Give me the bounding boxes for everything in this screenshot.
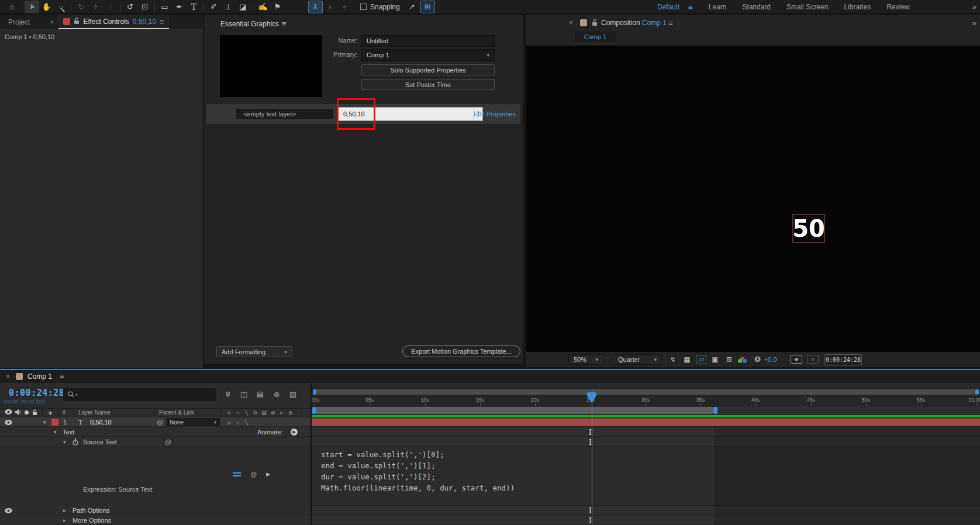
layer-duration-bar[interactable] — [312, 418, 980, 427]
enable-expression-icon[interactable] — [233, 471, 241, 478]
snapping-toggle[interactable]: Snapping — [360, 3, 400, 11]
selection-tool[interactable]: ➤ — [25, 1, 39, 13]
source-layer-field[interactable]: <empty text layer> — [236, 109, 333, 119]
pen-tool[interactable]: ✒ — [172, 1, 187, 13]
workspace-overflow-icon[interactable]: » — [972, 2, 976, 11]
expression-pickwhip-icon[interactable]: @ — [250, 471, 257, 478]
magnification-select[interactable]: 50% ▾ — [568, 354, 603, 365]
primary-comp-select[interactable]: Comp 1 ▾ — [361, 49, 495, 61]
layer-row[interactable]: ▾ 1 T 0,50,10 @ None ▾ ☺☼╲ — [0, 417, 310, 427]
switch-column-icon[interactable]: ☼ — [234, 410, 241, 416]
layer-switch-icon[interactable]: ╲ — [243, 420, 250, 426]
pickwhip-icon[interactable]: @ — [165, 438, 171, 445]
edit-properties-link[interactable]: Edit Properties — [474, 110, 516, 118]
panel-overflow-icon[interactable]: » — [972, 19, 976, 27]
panel-menu-icon[interactable]: ≡ — [160, 18, 164, 26]
layer-name-column-header[interactable]: Layer Name — [78, 409, 110, 416]
switch-column-icon[interactable]: ⊚ — [270, 410, 276, 416]
orbit-camera-tool[interactable]: ↻ — [74, 1, 88, 13]
dolly-camera-tool[interactable]: ↕ — [103, 1, 118, 13]
tab-project[interactable]: Project — [8, 18, 30, 26]
path-options-row[interactable]: ▸ Path Options — [0, 506, 310, 515]
layer-switch-icon[interactable]: ☼ — [234, 420, 241, 426]
time-navigator-bar[interactable] — [313, 389, 979, 395]
add-formatting-select[interactable]: Add Formatting ▾ — [216, 346, 292, 357]
layer-label-chip[interactable] — [51, 419, 58, 426]
region-of-interest-icon[interactable]: ▣ — [710, 355, 720, 364]
chevron-down-icon[interactable]: ▾ — [43, 419, 46, 425]
lock-icon[interactable] — [592, 19, 598, 27]
current-time-display[interactable]: 0:00:24:28 — [9, 388, 64, 398]
stopwatch-icon[interactable] — [73, 438, 78, 447]
switch-column-icon[interactable]: ⊛ — [287, 410, 294, 416]
clone-stamp-tool[interactable]: ⊥ — [221, 1, 236, 13]
timeline-search-input[interactable]: ▾ — [63, 388, 216, 401]
type-tool[interactable]: T — [187, 1, 201, 13]
snapping-checkbox[interactable] — [360, 4, 367, 10]
chevron-right-icon[interactable]: ▸ — [63, 507, 66, 513]
active-comp-name[interactable]: Comp 1 — [642, 19, 667, 27]
chevron-down-icon[interactable]: ▾ — [54, 429, 57, 435]
playhead-line[interactable] — [592, 389, 592, 525]
frame-blending-icon[interactable]: ▤ — [255, 389, 265, 399]
pan-camera-tool[interactable]: ✛ — [88, 1, 103, 13]
name-input[interactable]: Untitled — [361, 35, 495, 47]
panel-menu-icon[interactable]: ≡ — [282, 19, 287, 28]
solo-supported-properties-button[interactable]: Solo Supported Properties — [361, 64, 495, 75]
rotation-tool[interactable]: ↺ — [123, 1, 137, 13]
layer-name[interactable]: 0,50,10 — [90, 419, 112, 426]
animate-menu-icon[interactable]: ▶ — [291, 429, 298, 436]
text-layer-selection-box[interactable]: 50 — [792, 214, 825, 243]
source-text-row[interactable]: ▾ Source Text @ — [0, 437, 310, 447]
work-area-end-handle[interactable] — [713, 407, 717, 414]
comp-mini-flowchart-icon[interactable]: ⋔ — [222, 389, 233, 399]
navigator-end-handle[interactable] — [975, 389, 979, 395]
close-panel-icon[interactable]: × — [569, 19, 573, 27]
eraser-tool[interactable]: ◪ — [236, 1, 250, 13]
more-options-row[interactable]: ▸ More Options — [0, 516, 310, 525]
motion-blur-icon[interactable]: ⊚ — [271, 389, 282, 399]
world-axis-mode-icon[interactable]: ⋏ — [323, 1, 337, 13]
show-snapshot-icon[interactable]: ◉ — [807, 355, 819, 364]
expression-editor[interactable]: start = value.split(',')[0];end = value.… — [312, 447, 980, 506]
workspace-review[interactable]: Review — [886, 3, 909, 11]
brush-tool[interactable]: ✐ — [206, 1, 221, 13]
hand-tool[interactable]: ✋ — [39, 1, 54, 13]
tab-effect-controls[interactable]: Effect Controls 0,50,10 ≡ — [58, 15, 168, 29]
switch-column-icon[interactable]: ╲ — [243, 410, 250, 416]
panel-menu-icon[interactable]: ≡ — [668, 19, 673, 27]
workspace-small-screen[interactable]: Small Screen — [786, 3, 828, 11]
resolution-select[interactable]: Quarter ▾ — [613, 354, 662, 365]
close-project-tab-icon[interactable]: × — [50, 18, 54, 26]
expression-language-menu-icon[interactable]: ▶ — [266, 471, 270, 477]
graph-editor-icon[interactable]: ▧ — [288, 389, 298, 399]
navigator-start-handle[interactable] — [313, 389, 316, 395]
text-group-row[interactable]: ▾ Text Animate: ▶ — [0, 427, 310, 437]
work-area-start-handle[interactable] — [312, 407, 316, 414]
close-timeline-tab-icon[interactable]: × — [6, 372, 10, 381]
parent-link-column-header[interactable]: Parent & Link — [159, 409, 194, 416]
index-column-header[interactable]: # — [63, 409, 66, 416]
switch-column-icon[interactable]: ◐ — [278, 410, 285, 416]
rectangle-tool[interactable]: ▭ — [157, 1, 172, 13]
chevron-right-icon[interactable]: ▸ — [63, 517, 66, 523]
local-axis-mode-icon[interactable]: ⅄ — [308, 1, 323, 13]
zoom-tool[interactable]: ○ — [54, 1, 68, 13]
workspace-standard[interactable]: Standard — [742, 3, 771, 11]
work-area-bar[interactable] — [316, 407, 713, 414]
switch-column-icon[interactable]: ▤ — [261, 410, 267, 416]
roto-brush-tool[interactable]: ✍ — [256, 1, 270, 13]
fast-preview-icon[interactable]: ↯ — [668, 355, 678, 364]
snapshot-icon[interactable]: ◉ — [791, 355, 802, 364]
pickwhip-icon[interactable]: @ — [157, 419, 163, 426]
eye-icon[interactable] — [5, 419, 12, 426]
timeline-tab-label[interactable]: Comp 1 — [27, 372, 52, 381]
exposure-icon[interactable]: ❂ — [754, 355, 761, 364]
workspace-default[interactable]: Default — [657, 3, 679, 11]
switch-column-icon[interactable]: ☺ — [226, 410, 232, 416]
view-axis-mode-icon[interactable]: ⌖ — [337, 1, 352, 13]
workspace-learn[interactable]: Learn — [709, 3, 727, 11]
playhead-icon[interactable] — [587, 396, 596, 403]
set-poster-time-button[interactable]: Set Poster Time — [361, 79, 495, 90]
parent-select[interactable]: None ▾ — [166, 418, 220, 426]
